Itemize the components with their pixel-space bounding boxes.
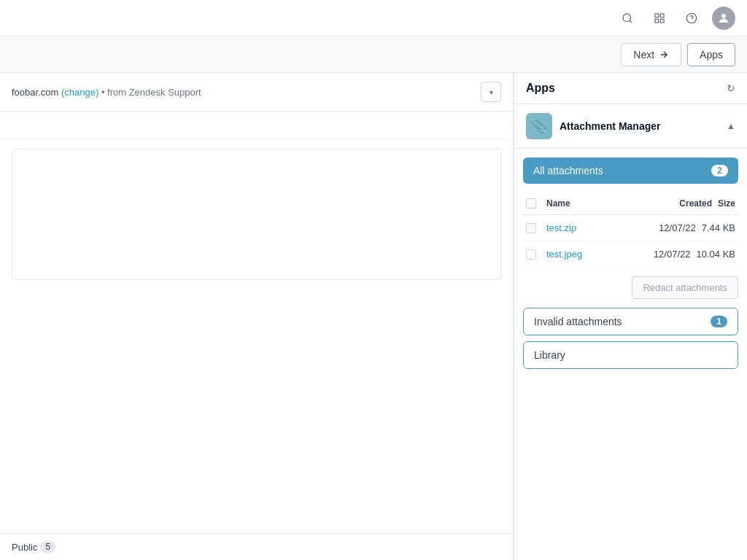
public-badge: Public 5 bbox=[12, 541, 55, 553]
table-row: test.zip 12/07/22 7.44 KB bbox=[523, 215, 738, 241]
next-label: Next bbox=[633, 49, 654, 61]
table-row: test.jpeg 12/07/22 10.04 KB bbox=[523, 241, 738, 268]
apps-panel: Apps ↻ 📎 Attachment Manager ▲ All attach… bbox=[514, 73, 747, 560]
manager-header[interactable]: 📎 Attachment Manager ▲ bbox=[514, 104, 747, 149]
file-2-date: 12/07/22 bbox=[654, 249, 691, 260]
action-bar: Next Apps bbox=[0, 36, 747, 73]
svg-point-0 bbox=[623, 14, 631, 22]
attachment-manager: 📎 Attachment Manager ▲ All attachments 2… bbox=[514, 104, 747, 560]
svg-rect-2 bbox=[660, 14, 664, 18]
row-2-checkbox[interactable] bbox=[526, 249, 536, 260]
email-header: foobar.com (change) • from Zendesk Suppo… bbox=[0, 73, 513, 112]
all-attachments-count: 2 bbox=[711, 165, 728, 176]
chevron-up-icon: ▲ bbox=[727, 121, 735, 131]
from-info: foobar.com (change) • from Zendesk Suppo… bbox=[12, 87, 201, 98]
col-header-size: Size bbox=[718, 198, 735, 209]
tab-library[interactable]: Library bbox=[523, 341, 738, 369]
file-2-name[interactable]: test.jpeg bbox=[546, 249, 648, 260]
refresh-button[interactable]: ↻ bbox=[727, 82, 735, 94]
apps-button[interactable]: Apps bbox=[687, 43, 735, 66]
row-1-checkbox[interactable] bbox=[526, 223, 536, 233]
attachment-table: Name Created Size test.zip 12/07/22 7.44… bbox=[514, 192, 747, 268]
grid-icon[interactable] bbox=[648, 7, 671, 30]
attachment-manager-icon: 📎 bbox=[526, 113, 552, 139]
file-1-date: 12/07/22 bbox=[659, 222, 696, 233]
file-1-name[interactable]: test.zip bbox=[546, 222, 653, 233]
all-attachments-label: All attachments bbox=[533, 165, 603, 176]
file-2-size: 10.04 KB bbox=[697, 249, 736, 260]
avatar[interactable] bbox=[712, 7, 735, 30]
next-button[interactable]: Next bbox=[621, 43, 681, 66]
header-checkbox-col bbox=[526, 198, 541, 209]
file-1-size: 7.44 KB bbox=[702, 222, 735, 233]
source-label: • from Zendesk Support bbox=[101, 87, 201, 98]
row-checkbox-col bbox=[526, 249, 541, 260]
subject-row bbox=[0, 112, 513, 140]
apps-header: Apps ↻ bbox=[514, 73, 747, 104]
left-footer: Public 5 bbox=[0, 533, 513, 560]
change-link[interactable]: (change) bbox=[61, 87, 98, 98]
public-label: Public bbox=[12, 542, 37, 553]
apps-title: Apps bbox=[526, 82, 555, 95]
top-nav bbox=[0, 0, 747, 36]
public-count: 5 bbox=[40, 541, 55, 553]
col-header-name: Name bbox=[546, 198, 673, 209]
redact-section: Redact attachments bbox=[514, 268, 747, 308]
tab-all-attachments[interactable]: All attachments 2 bbox=[523, 158, 738, 184]
body-area bbox=[0, 140, 513, 533]
row-checkbox-col bbox=[526, 223, 541, 233]
select-all-checkbox[interactable] bbox=[526, 198, 536, 209]
svg-rect-1 bbox=[655, 14, 659, 18]
col-header-created: Created bbox=[679, 198, 712, 209]
svg-point-7 bbox=[721, 14, 726, 18]
tab-invalid-attachments[interactable]: Invalid attachments 1 bbox=[523, 308, 738, 335]
manager-title-row: 📎 Attachment Manager bbox=[526, 113, 660, 139]
help-icon[interactable] bbox=[680, 7, 703, 30]
redact-button[interactable]: Redact attachments bbox=[632, 276, 738, 299]
table-header: Name Created Size bbox=[523, 192, 738, 215]
body-textarea[interactable] bbox=[12, 149, 501, 280]
main-layout: foobar.com (change) • from Zendesk Suppo… bbox=[0, 73, 747, 560]
svg-rect-3 bbox=[655, 19, 659, 23]
search-icon[interactable] bbox=[616, 7, 639, 30]
email-address: foobar.com bbox=[12, 87, 58, 98]
dropdown-button[interactable]: ▾ bbox=[481, 82, 501, 102]
library-label: Library bbox=[534, 349, 565, 361]
invalid-count: 1 bbox=[711, 316, 727, 327]
left-panel: foobar.com (change) • from Zendesk Suppo… bbox=[0, 73, 514, 560]
svg-rect-4 bbox=[660, 19, 664, 23]
invalid-attachments-label: Invalid attachments bbox=[534, 316, 622, 327]
subject-input[interactable] bbox=[12, 120, 501, 131]
manager-label: Attachment Manager bbox=[560, 120, 660, 132]
